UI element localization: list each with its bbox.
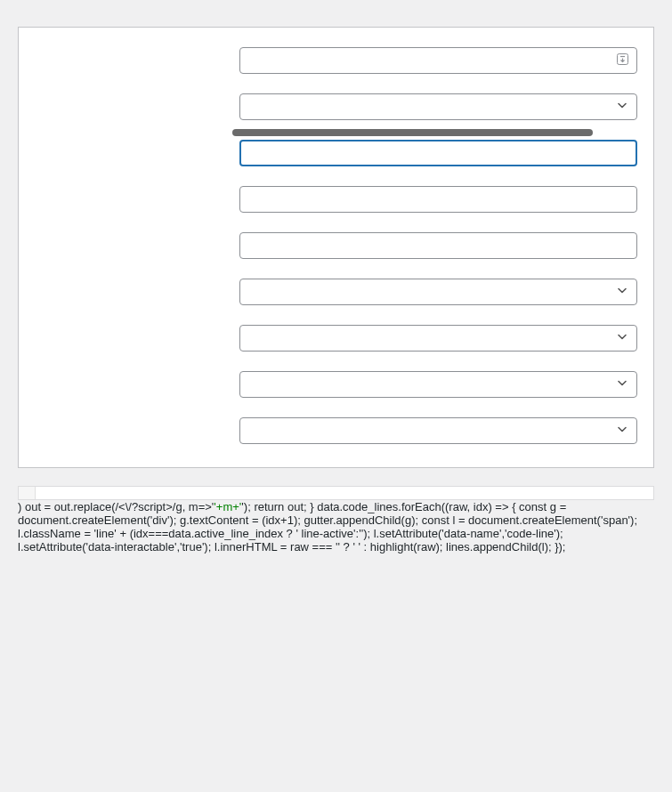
snippet-name-input[interactable] xyxy=(239,47,637,74)
code-editor-lines[interactable] xyxy=(36,487,653,499)
exclude-posts-select[interactable] xyxy=(239,232,637,259)
site-display-select[interactable] xyxy=(239,140,637,166)
device-display-select[interactable] xyxy=(239,325,637,352)
code-editor-gutter xyxy=(19,487,36,499)
location-select[interactable] xyxy=(239,279,637,305)
code-editor[interactable] xyxy=(18,486,654,500)
site-display-dropdown xyxy=(232,129,593,136)
input-key-icon xyxy=(617,53,628,68)
display-to-select[interactable] xyxy=(239,371,637,398)
snippet-settings-box xyxy=(18,27,654,468)
snippet-type-select[interactable] xyxy=(239,93,637,120)
status-select[interactable] xyxy=(239,417,637,444)
exclude-pages-select[interactable] xyxy=(239,186,637,213)
